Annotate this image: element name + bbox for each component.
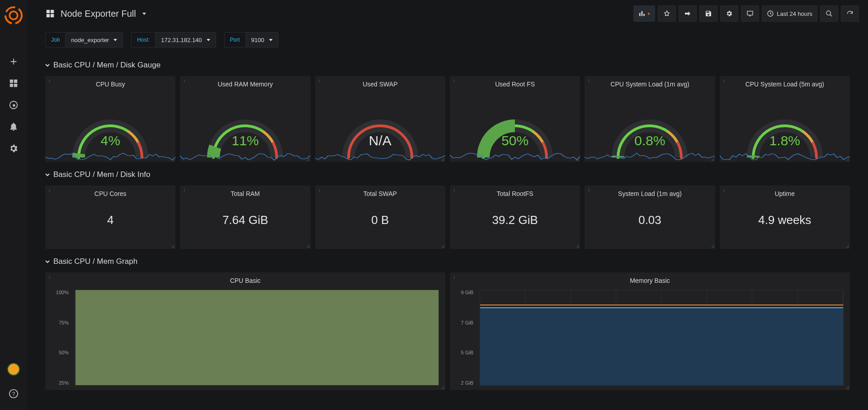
- plot-area[interactable]: [480, 290, 844, 386]
- y-tick: 5 GiB: [454, 350, 473, 355]
- gauge: 11%: [180, 99, 310, 162]
- panel-info-icon[interactable]: i: [588, 187, 590, 193]
- var-job-select[interactable]: node_exporter: [66, 32, 123, 48]
- resize-handle[interactable]: [844, 157, 849, 161]
- resize-handle[interactable]: [710, 157, 714, 161]
- panel-info-icon[interactable]: i: [723, 187, 725, 193]
- svg-line-20: [830, 14, 832, 16]
- resize-handle[interactable]: [575, 243, 579, 248]
- alerting-icon[interactable]: [0, 116, 27, 138]
- panel-info-icon[interactable]: i: [453, 274, 455, 280]
- panel-stat[interactable]: i Uptime 4.9 weeks: [720, 186, 850, 249]
- add-panel-button[interactable]: +: [633, 5, 655, 22]
- panel-info-icon[interactable]: i: [184, 187, 185, 193]
- user-avatar[interactable]: [7, 363, 20, 376]
- resize-handle[interactable]: [575, 157, 579, 161]
- chevron-down-icon: [269, 39, 273, 41]
- svg-point-0: [5, 7, 22, 24]
- row-header-info[interactable]: Basic CPU / Mem / Disk Info: [45, 170, 850, 179]
- resize-handle[interactable]: [844, 385, 849, 389]
- resize-handle[interactable]: [710, 243, 714, 248]
- panel-info-icon[interactable]: i: [453, 187, 455, 193]
- gauge: 1.8%: [720, 99, 850, 162]
- panel-title: Uptime: [720, 186, 850, 200]
- panel-title: CPU Cores: [45, 186, 175, 200]
- dashboards-icon[interactable]: [0, 72, 27, 94]
- svg-rect-12: [51, 14, 54, 17]
- stat-value: 39.2 GiB: [450, 213, 580, 227]
- panel-info-icon[interactable]: i: [588, 78, 590, 83]
- resize-handle[interactable]: [305, 157, 310, 161]
- grafana-logo[interactable]: [5, 6, 23, 24]
- resize-handle[interactable]: [305, 243, 310, 248]
- plot-area[interactable]: [75, 290, 439, 386]
- y-tick: 75%: [50, 320, 69, 325]
- panel-gauge[interactable]: i Used Root FS 50%: [450, 76, 580, 162]
- dashboard-title-dropdown[interactable]: Node Exporter Full: [45, 9, 146, 19]
- explore-icon[interactable]: [0, 94, 27, 116]
- svg-rect-5: [14, 84, 17, 87]
- svg-rect-15: [643, 14, 645, 16]
- create-icon[interactable]: [0, 51, 27, 72]
- resize-handle[interactable]: [170, 243, 175, 248]
- stat-value: 4: [45, 213, 175, 227]
- panel-stat[interactable]: i System Load (1m avg) 0.03: [585, 186, 715, 249]
- panel-info-icon[interactable]: i: [319, 187, 320, 193]
- save-button[interactable]: [699, 5, 717, 22]
- panel-memory-basic[interactable]: i Memory Basic 9 GiB7 GiB5 GiB2 GiB: [450, 272, 850, 390]
- zoom-out-button[interactable]: [820, 5, 838, 22]
- panel-gauge[interactable]: i Used RAM Memory 11%: [180, 76, 310, 162]
- panel-gauge[interactable]: i CPU Busy 4%: [45, 76, 175, 162]
- chevron-down-icon: [142, 13, 146, 15]
- panel-info-icon[interactable]: i: [319, 78, 320, 83]
- svg-rect-11: [47, 14, 50, 17]
- panel-gauge[interactable]: i CPU System Load (1m avg) 0.8%: [585, 76, 715, 162]
- panel-stat[interactable]: i Total SWAP 0 B: [315, 186, 445, 249]
- y-tick: 9 GiB: [454, 290, 473, 295]
- panel-cpu-basic[interactable]: i CPU Basic 100%75%50%25%: [45, 272, 445, 390]
- panel-info-icon[interactable]: i: [49, 78, 50, 83]
- help-icon[interactable]: ?: [0, 383, 27, 405]
- panel-stat[interactable]: i Total RootFS 39.2 GiB: [450, 186, 580, 249]
- panel-info-icon[interactable]: i: [49, 274, 50, 280]
- panel-title: Used SWAP: [315, 76, 445, 91]
- resize-handle[interactable]: [170, 157, 175, 161]
- stat-value: 7.64 GiB: [180, 213, 310, 227]
- panel-title: Used Root FS: [450, 76, 580, 91]
- star-button[interactable]: [658, 5, 676, 22]
- panel-title: Total SWAP: [315, 186, 445, 200]
- panel-stat[interactable]: i CPU Cores 4: [45, 186, 175, 249]
- svg-point-1: [9, 11, 18, 19]
- share-button[interactable]: [679, 5, 697, 22]
- time-range-button[interactable]: Last 24 hours: [762, 5, 817, 22]
- panel-title: CPU System Load (5m avg): [720, 76, 850, 91]
- var-host-select[interactable]: 172.31.182.140: [156, 32, 216, 48]
- resize-handle[interactable]: [440, 243, 444, 248]
- panel-stat[interactable]: i Total RAM 7.64 GiB: [180, 186, 310, 249]
- view-mode-button[interactable]: [741, 5, 759, 22]
- panel-info-icon[interactable]: i: [184, 78, 185, 83]
- refresh-button[interactable]: [841, 5, 859, 22]
- panel-info-icon[interactable]: i: [49, 187, 50, 193]
- svg-rect-4: [10, 84, 13, 87]
- var-port-select[interactable]: 9100: [246, 32, 278, 48]
- panel-title: CPU System Load (1m avg): [585, 76, 715, 91]
- panel-info-icon[interactable]: i: [453, 78, 455, 83]
- panel-info-icon[interactable]: i: [723, 78, 725, 83]
- panel-gauge[interactable]: i CPU System Load (5m avg) 1.8%: [720, 76, 850, 162]
- configuration-icon[interactable]: [0, 138, 27, 159]
- gauge: 0.8%: [585, 99, 715, 162]
- var-job: Job node_exporter: [45, 32, 123, 48]
- panel-gauge[interactable]: i Used SWAP N/A: [315, 76, 445, 162]
- topbar: Node Exporter Full + L: [27, 0, 868, 27]
- resize-handle[interactable]: [440, 385, 444, 389]
- row-header-gauges[interactable]: Basic CPU / Mem / Disk Gauge: [45, 61, 850, 70]
- dashboard-title: Node Exporter Full: [61, 9, 136, 19]
- row-header-graph[interactable]: Basic CPU / Mem Graph: [45, 257, 850, 266]
- svg-point-19: [826, 11, 830, 15]
- template-variables-row: Job node_exporter Host: 172.31.182.140 P…: [27, 27, 868, 52]
- resize-handle[interactable]: [844, 243, 849, 248]
- svg-rect-13: [639, 13, 641, 16]
- resize-handle[interactable]: [440, 157, 444, 161]
- settings-button[interactable]: [720, 5, 738, 22]
